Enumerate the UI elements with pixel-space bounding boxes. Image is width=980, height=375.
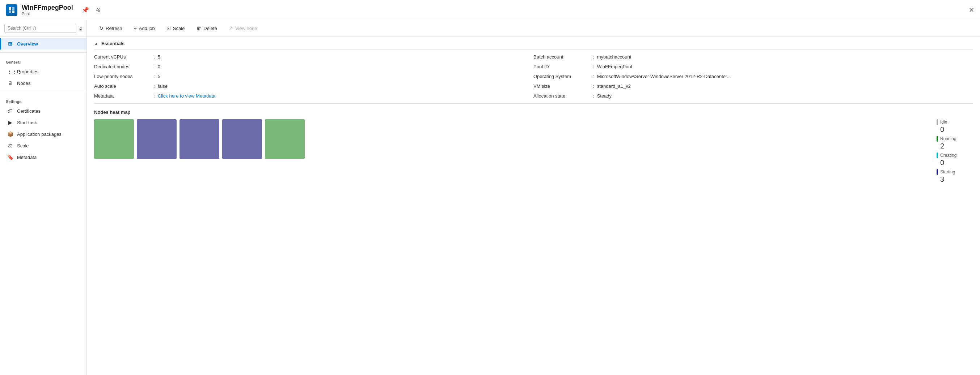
view-node-icon: ↗ [229, 25, 233, 31]
heatmap-node-2[interactable] [180, 119, 219, 159]
page-title: WinFFmpegPool [22, 4, 73, 11]
heatmap-node-3[interactable] [222, 119, 262, 159]
sidebar-item-certificates[interactable]: 🏷 Certificates [0, 105, 86, 117]
essentials-value: 5 [158, 74, 160, 79]
legend-label: Starting [940, 169, 955, 174]
add-job-label: Add job [139, 26, 155, 31]
essentials-right-col: Batch account:mybatchaccountPool ID:WinF… [533, 52, 973, 100]
heatmap-node-0[interactable] [94, 119, 134, 159]
heatmap-node-1[interactable] [137, 119, 177, 159]
legend-label: Running [940, 136, 956, 141]
essentials-label: Allocation state [533, 93, 591, 99]
legend-color-bar [937, 136, 938, 142]
essentials-row: Metadata:Click here to view Metadata [94, 92, 533, 100]
sidebar-properties-label: Properties [17, 69, 38, 74]
heatmap-legend: Idle0Running2Creating0Starting3 [937, 119, 973, 184]
toolbar: ↻ Refresh + Add job ⊡ Scale 🗑 Delete ↗ V… [87, 20, 980, 36]
app-icon [6, 4, 18, 16]
essentials-value: false [158, 84, 167, 89]
essentials-value[interactable]: Click here to view Metadata [158, 93, 216, 99]
essentials-row: Allocation state:Steady [533, 92, 973, 100]
legend-count: 0 [940, 158, 973, 167]
essentials-row: Batch account:mybatchaccount [533, 52, 973, 62]
scale-icon: ⚖ [7, 143, 13, 149]
essentials-row: VM size:standard_a1_v2 [533, 82, 973, 91]
essentials-colon: : [153, 74, 155, 79]
sidebar-item-nodes[interactable]: 🖥 Nodes [0, 77, 86, 89]
essentials-colon: : [153, 84, 155, 89]
heatmap-node-4[interactable] [265, 119, 305, 159]
sidebar-item-properties[interactable]: ⋮⋮⋮ Properties [0, 66, 86, 77]
metadata-icon: 🔖 [7, 154, 13, 160]
sidebar-item-application-packages[interactable]: 📦 Application packages [0, 128, 86, 140]
sidebar-item-scale[interactable]: ⚖ Scale [0, 140, 86, 151]
essentials-value: MicrosoftWindowsServer WindowsServer 201… [597, 74, 731, 79]
delete-button[interactable]: 🗑 Delete [191, 23, 222, 33]
essentials-colon: : [153, 54, 155, 60]
essentials-label: Operating System [533, 74, 591, 79]
sidebar-scale-label: Scale [17, 143, 29, 149]
essentials-label: Pool ID [533, 64, 591, 70]
svg-rect-0 [9, 7, 11, 10]
search-input[interactable] [4, 24, 76, 33]
nodes-icon: 🖥 [7, 80, 13, 86]
essentials-section: ▲ Essentials Current vCPUs:5Dedicated no… [87, 36, 980, 103]
properties-icon: ⋮⋮⋮ [7, 69, 13, 74]
collapse-button[interactable]: « [79, 25, 82, 31]
pin-button[interactable]: 📌 [80, 5, 91, 15]
essentials-colon: : [593, 54, 594, 60]
legend-item: Starting3 [937, 169, 973, 184]
scale-toolbar-icon: ⊡ [167, 25, 171, 31]
svg-rect-2 [9, 11, 11, 13]
svg-rect-1 [12, 7, 14, 10]
essentials-title: Essentials [101, 41, 124, 46]
essentials-label: VM size [533, 84, 591, 89]
sidebar-search-area: « [0, 20, 86, 36]
view-node-label: View node [235, 26, 257, 31]
view-node-button[interactable]: ↗ View node [224, 23, 262, 33]
essentials-grid: Current vCPUs:5Dedicated nodes:0Low-prio… [94, 49, 973, 103]
print-button[interactable]: 🖨 [93, 5, 102, 15]
sidebar-certificates-label: Certificates [17, 108, 41, 114]
refresh-button[interactable]: ↻ Refresh [94, 23, 127, 33]
heatmap-container: Idle0Running2Creating0Starting3 [94, 119, 973, 184]
sidebar-start-task-label: Start task [17, 120, 37, 125]
legend-color-bar [937, 119, 938, 125]
scale-button[interactable]: ⊡ Scale [161, 23, 190, 33]
top-header: WinFFmpegPool Pool 📌 🖨 ✕ [0, 0, 980, 20]
essentials-row: Dedicated nodes:0 [94, 62, 533, 71]
app-packages-icon: 📦 [7, 131, 13, 137]
legend-color-bar [937, 169, 938, 175]
settings-section-header: Settings [0, 95, 86, 105]
add-job-icon: + [134, 25, 137, 31]
sidebar: « ⊞ Overview General ⋮⋮⋮ Properties 🖥 No… [0, 20, 87, 375]
main-content: ↻ Refresh + Add job ⊡ Scale 🗑 Delete ↗ V… [87, 20, 980, 375]
sidebar-item-start-task[interactable]: ▶ Start task [0, 117, 86, 128]
essentials-label: Low-priority nodes [94, 74, 152, 79]
essentials-row: Pool ID:WinFFmpegPool [533, 62, 973, 71]
refresh-icon: ↻ [99, 25, 103, 31]
sidebar-item-metadata[interactable]: 🔖 Metadata [0, 151, 86, 163]
essentials-row: Operating System:MicrosoftWindowsServer … [533, 72, 973, 81]
delete-icon: 🗑 [196, 25, 201, 31]
legend-label: Creating [940, 153, 956, 158]
essentials-left-col: Current vCPUs:5Dedicated nodes:0Low-prio… [94, 52, 533, 100]
legend-count: 3 [940, 175, 973, 184]
add-job-button[interactable]: + Add job [129, 23, 160, 33]
heatmap-nodes [94, 119, 305, 159]
essentials-label: Batch account [533, 54, 591, 60]
essentials-value: standard_a1_v2 [597, 84, 631, 89]
close-button[interactable]: ✕ [969, 6, 974, 14]
essentials-value: 0 [158, 64, 160, 70]
overview-icon: ⊞ [7, 41, 13, 47]
essentials-value: WinFFmpegPool [597, 64, 632, 70]
start-task-icon: ▶ [7, 120, 13, 125]
legend-count: 0 [940, 125, 973, 134]
delete-label: Delete [204, 26, 217, 31]
page-subtitle: Pool [22, 11, 73, 16]
essentials-row: Current vCPUs:5 [94, 52, 533, 62]
sidebar-nav: ⊞ Overview General ⋮⋮⋮ Properties 🖥 Node… [0, 36, 86, 165]
sidebar-item-overview[interactable]: ⊞ Overview [0, 38, 86, 49]
essentials-header[interactable]: ▲ Essentials [94, 36, 973, 49]
essentials-colon: : [593, 64, 594, 70]
